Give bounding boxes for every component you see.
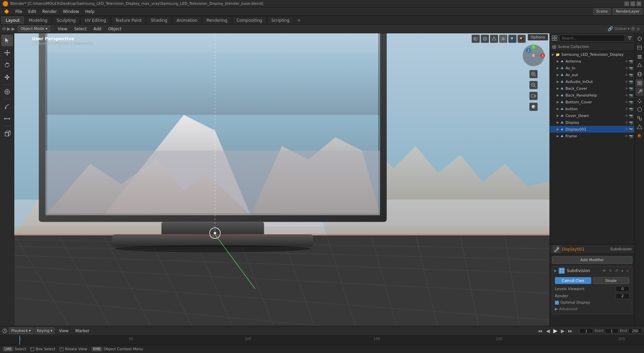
outliner-filter-icon[interactable] [627,35,632,41]
tab-animation[interactable]: Animation [172,16,202,24]
visibility-icon[interactable]: 👁 [625,94,628,97]
current-frame-input[interactable] [579,328,593,334]
tab-layout[interactable]: Layout [1,16,24,24]
catmull-clark-button[interactable]: Catmull-Clark [555,277,591,284]
visibility-icon[interactable]: 👁 [625,73,628,77]
outliner-item-backpanels[interactable]: ▶ Back_PanelsHelp 👁 📷 [550,92,634,99]
menu-edit[interactable]: Edit [26,9,39,15]
object-mode-dropdown[interactable]: Object Mode▾ [18,26,51,32]
menu-help[interactable]: Help [82,9,97,15]
origin-icon[interactable]: ⦿ [631,26,635,31]
proportional-edit[interactable]: ◎ [637,27,640,31]
menu-render[interactable]: Render [39,9,60,15]
navigation-gizmo[interactable]: X Y Z [522,44,545,67]
visibility-icon[interactable]: 👁 [625,87,628,90]
visibility-icon[interactable]: 👁 [625,60,628,63]
view-camera-button[interactable] [529,92,538,100]
visibility-icon[interactable]: 👁 [625,121,628,124]
visibility-icon[interactable]: 👁 [625,128,628,131]
object-menu[interactable]: Object [105,26,124,32]
view-timeline-menu[interactable]: View [56,328,71,334]
jump-prev-keyframe[interactable]: ◀ [545,327,551,334]
outliner-item-button[interactable]: ▶ button 👁 📷 [550,105,634,112]
maximize-button[interactable]: □ [630,1,635,6]
material-properties-tab[interactable] [635,132,644,140]
render-icon[interactable]: 📷 [629,94,633,97]
visibility-icon[interactable]: 👁 [625,134,628,138]
jump-next-keyframe[interactable]: ▶ [559,327,566,334]
modifier-visibility-btn[interactable]: 👁 [601,269,607,273]
optimal-display-checkbox[interactable]: ✓ [555,301,559,305]
add-menu[interactable]: Add [91,26,104,32]
overlay-toggle[interactable] [472,35,480,43]
render-icon[interactable]: 📷 [629,87,633,90]
render-icon[interactable]: 📷 [629,73,633,77]
outliner-item-backcover[interactable]: ▶ Back_Cover 👁 📷 [550,85,634,92]
scale-tool[interactable] [1,71,13,83]
jump-end-button[interactable]: ⏭ [566,327,574,334]
physics-tab[interactable] [635,105,644,114]
render-icon[interactable]: 📷 [629,134,633,138]
render-icon[interactable]: 📷 [629,114,633,118]
solid-shading[interactable] [499,35,507,43]
outliner-item-frame[interactable]: ▶ Frame 👁 📷 [550,133,634,139]
render-icon[interactable]: 📷 [629,80,633,84]
scene-properties-tab[interactable] [635,61,644,69]
simple-button[interactable]: Simple [593,277,630,284]
zoom-out-button[interactable] [529,81,538,89]
world-properties-tab[interactable] [635,70,644,78]
menu-blender[interactable]: 🔶 [1,9,12,15]
marker-menu[interactable]: Marker [73,328,92,334]
tab-rendering[interactable]: Rendering [202,16,232,24]
global-dropdown[interactable]: Global ▾ [614,27,629,31]
view-layer-tab[interactable] [635,52,644,61]
menu-window[interactable]: Window [60,9,82,15]
render-icon[interactable]: 📷 [629,66,633,70]
modifier-delete-btn[interactable]: ✕ [625,269,630,273]
output-properties-tab[interactable] [635,44,644,52]
outliner-item-display001[interactable]: ▶ Display001 👁 📷 [550,126,634,133]
move-tool[interactable] [1,47,13,58]
playback-dropdown[interactable]: Playback ▾ [9,327,33,334]
outliner-item-coverdown[interactable]: ▶ Cover_Down 👁 📷 [550,112,634,119]
rendered-shading[interactable] [518,35,526,43]
render-properties-tab[interactable] [635,35,644,43]
rotate-tool[interactable] [1,59,13,71]
tab-modeling[interactable]: Modeling [24,16,52,24]
render-icon[interactable]: 📷 [629,107,633,111]
cursor-tool[interactable] [1,35,13,46]
xray-toggle[interactable] [481,35,489,43]
outliner-item-bottomcover[interactable]: ▶ Bottom_Cover 👁 📷 [550,99,634,105]
view-menu[interactable]: View [55,26,70,32]
visibility-icon[interactable]: 👁 [625,100,628,104]
modifier-card-header[interactable]: ▶ Subdivision 👁 ✎ ⏱ [552,266,632,275]
object-properties-tab[interactable] [635,79,644,87]
visibility-icon[interactable]: 👁 [625,107,628,111]
levels-viewport-value[interactable]: 0 [616,286,629,292]
render-layer-selector[interactable]: RenderLayer [613,8,643,15]
outliner-item-root[interactable]: ▶ 📁 Samsung_LED_Television_Display [550,51,634,58]
tab-texture-paint[interactable]: Texture Paint [111,16,146,24]
add-workspace-button[interactable]: + [294,16,304,24]
tab-sculpting[interactable]: Sculpting [52,16,80,24]
render-icon[interactable]: 📷 [629,100,633,104]
outliner-item-avout[interactable]: ▶ Av_out 👁 📷 [550,71,634,78]
tab-shading[interactable]: Shading [146,16,172,24]
select-menu[interactable]: Select [71,26,89,32]
visibility-icon[interactable]: 👁 [625,80,628,84]
outliner-search-input[interactable] [559,35,625,41]
outliner-item-display[interactable]: ▶ Display 👁 📷 [550,119,634,126]
advanced-section[interactable]: ▶ Advanced [555,306,629,312]
wireframe-shading[interactable] [490,35,498,43]
render-value[interactable]: 2 [616,293,629,299]
visibility-icon[interactable]: 👁 [625,114,628,118]
material-shading[interactable] [508,35,516,43]
constraints-tab[interactable] [635,114,644,122]
shading-solid-button[interactable] [529,103,538,111]
menu-file[interactable]: File [13,9,25,15]
zoom-in-button[interactable] [529,70,538,78]
modifier-editmode-btn[interactable]: ✎ [608,269,613,273]
timeline-track[interactable]: 1 50 100 150 200 250 [0,335,644,345]
start-frame-input[interactable] [605,328,618,334]
annotate-tool[interactable] [1,101,13,112]
